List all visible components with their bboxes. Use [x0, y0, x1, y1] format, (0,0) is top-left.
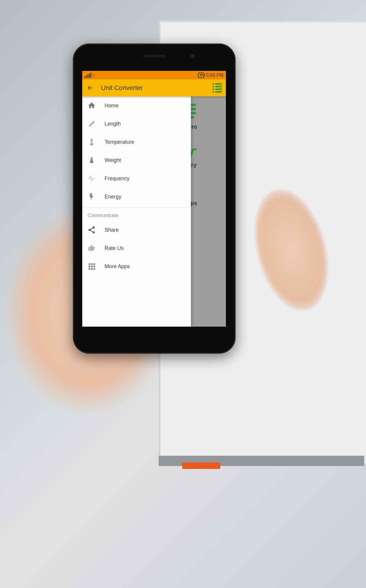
nav-label: Home [105, 103, 119, 109]
svg-rect-5 [91, 263, 93, 265]
nav-label: Rate Us [105, 245, 124, 251]
clock: 5:00 PM [206, 73, 224, 78]
bolt-icon [88, 193, 96, 201]
nav-item-energy[interactable]: Energy [82, 188, 191, 206]
thermometer-icon [88, 138, 96, 146]
nav-label: Temperature [105, 139, 134, 145]
battery-indicator: 99 [198, 73, 204, 78]
content-body: ature ency Apps [82, 96, 226, 327]
status-bar: 2 99 5:00 PM [82, 71, 226, 79]
svg-rect-4 [89, 263, 90, 265]
svg-rect-11 [91, 268, 93, 270]
svg-rect-7 [89, 266, 90, 268]
nav-label: Weight [105, 157, 121, 163]
nav-item-weight[interactable]: Weight [82, 151, 191, 169]
list-view-button[interactable] [213, 83, 222, 93]
nav-item-share[interactable]: Share [82, 221, 191, 239]
apps-grid-icon [88, 262, 96, 270]
phone-speaker [143, 55, 166, 58]
svg-point-1 [93, 226, 95, 228]
nav-label: More Apps [105, 263, 130, 270]
svg-point-3 [93, 231, 95, 233]
svg-rect-12 [93, 268, 95, 270]
nav-item-home[interactable]: Home [82, 96, 191, 115]
nav-item-length[interactable]: Length [82, 115, 191, 133]
marker-bg [182, 462, 220, 469]
navigation-drawer: Home Length Temperature Weight Frequency [82, 96, 191, 327]
nav-label: Energy [105, 194, 121, 200]
frequency-icon [88, 174, 96, 183]
app-bar: Unit Converter [82, 79, 226, 96]
svg-rect-9 [93, 266, 95, 268]
nav-item-more-apps[interactable]: More Apps [82, 257, 191, 275]
phone-screen: 2 99 5:00 PM Unit Converter [82, 71, 226, 327]
nav-item-frequency[interactable]: Frequency [82, 169, 191, 188]
back-button[interactable] [86, 84, 94, 92]
nav-label: Length [105, 121, 121, 127]
svg-point-2 [89, 229, 91, 231]
drawer-section-header: Communicate [82, 208, 191, 221]
signal-sim-number: 2 [93, 74, 94, 77]
svg-rect-6 [93, 263, 95, 265]
home-icon [88, 101, 96, 110]
phone-frame: 2 99 5:00 PM Unit Converter [73, 44, 236, 354]
svg-rect-8 [91, 266, 93, 268]
nav-label: Frequency [105, 176, 130, 182]
svg-point-0 [91, 143, 93, 145]
thumbs-up-icon [88, 244, 96, 252]
share-icon [88, 226, 96, 234]
nav-item-rate-us[interactable]: Rate Us [82, 239, 191, 257]
nav-item-temperature[interactable]: Temperature [82, 133, 191, 151]
app-title: Unit Converter [101, 84, 143, 92]
phone-camera [190, 54, 195, 58]
ruler-icon [88, 120, 96, 128]
svg-rect-10 [89, 268, 90, 270]
weight-icon [88, 156, 96, 164]
signal-icon [85, 73, 91, 78]
nav-label: Share [105, 227, 119, 233]
